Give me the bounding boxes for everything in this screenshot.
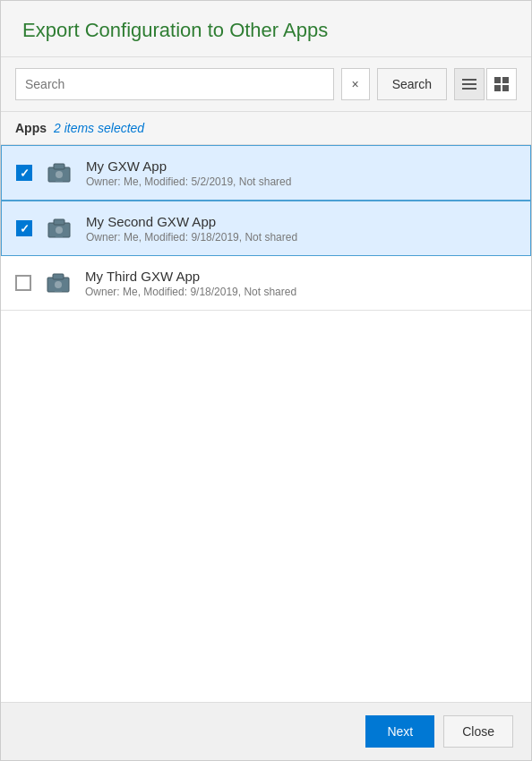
app1-meta: Owner: Me, Modified: 5/2/2019, Not share… [86, 175, 516, 188]
svg-rect-9 [53, 274, 64, 279]
app1-icon [43, 157, 75, 189]
selection-status: 2 items selected [54, 121, 144, 135]
svg-rect-11 [55, 290, 62, 292]
list-item[interactable]: My Second GXW App Owner: Me, Modified: 9… [1, 201, 531, 256]
svg-rect-7 [56, 235, 63, 237]
search-input[interactable] [15, 68, 334, 100]
list-item[interactable]: My Third GXW App Owner: Me, Modified: 9/… [1, 256, 531, 311]
clear-button[interactable]: × [341, 68, 370, 100]
toolbar: × Search [1, 57, 531, 112]
app3-checkbox[interactable] [15, 275, 31, 291]
app2-checkbox[interactable] [16, 220, 32, 236]
app3-info: My Third GXW App Owner: Me, Modified: 9/… [85, 269, 517, 298]
apps-list: My GXW App Owner: Me, Modified: 5/2/2019… [1, 145, 531, 702]
app-icon-svg [45, 214, 73, 243]
svg-rect-1 [54, 164, 64, 169]
app3-meta: Owner: Me, Modified: 9/18/2019, Not shar… [85, 286, 517, 298]
list-item[interactable]: My GXW App Owner: Me, Modified: 5/2/2019… [1, 145, 531, 201]
svg-rect-5 [54, 219, 64, 225]
list-view-icon [457, 73, 482, 95]
search-button[interactable]: Search [377, 68, 447, 100]
app1-info: My GXW App Owner: Me, Modified: 5/2/2019… [86, 158, 516, 188]
dialog-footer: Next Close [1, 702, 531, 760]
grid-view-icon [488, 71, 515, 98]
apps-section-header: Apps 2 items selected [1, 112, 531, 145]
page-title: Export Configuration to Other Apps [22, 19, 510, 42]
svg-point-6 [56, 227, 63, 234]
svg-point-2 [56, 171, 63, 178]
apps-label: Apps [15, 121, 47, 135]
page-wrapper: Export Configuration to Other Apps × Sea… [0, 0, 532, 761]
app2-meta: Owner: Me, Modified: 9/18/2019, Not shar… [86, 231, 516, 244]
app1-checkbox[interactable] [16, 165, 32, 181]
app2-name: My Second GXW App [86, 214, 516, 229]
svg-point-10 [55, 281, 62, 288]
view-toggle [454, 68, 517, 100]
list-view-button[interactable] [454, 68, 485, 100]
close-button[interactable]: Close [443, 715, 513, 748]
app2-info: My Second GXW App Owner: Me, Modified: 9… [86, 214, 516, 244]
next-button[interactable]: Next [365, 715, 434, 748]
app-icon-svg [44, 269, 73, 297]
app3-name: My Third GXW App [85, 269, 517, 284]
grid-view-button[interactable] [486, 68, 517, 100]
app-icon-svg [45, 158, 73, 187]
app1-name: My GXW App [86, 158, 516, 174]
app2-icon [43, 212, 75, 244]
dialog-header: Export Configuration to Other Apps [1, 1, 531, 57]
svg-rect-3 [56, 180, 63, 182]
app3-icon [42, 267, 74, 299]
